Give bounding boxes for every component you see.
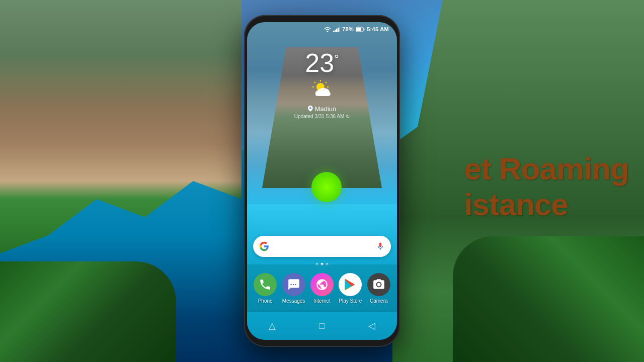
status-icons: 78% 5:45 AM [324,26,389,32]
weather-updated: Updated 3/31 5:36 AM ↻ [294,114,350,119]
phone-frame: 78% 5:45 AM 23° [244,15,400,347]
weather-location: Madiun [294,104,350,113]
dock-item-messages[interactable]: Messages [282,273,305,304]
battery-percent: 78% [342,26,354,32]
dock-item-internet[interactable]: Internet [310,273,334,304]
svg-rect-2 [336,29,338,32]
wifi-icon [324,27,331,32]
dock-item-camera[interactable]: Camera [367,273,390,304]
camera-app-icon[interactable] [367,273,390,296]
svg-rect-3 [338,28,339,32]
battery-icon [356,27,365,32]
overlay-line1: et Roaming [464,151,629,187]
recent-apps-button[interactable]: △ [269,320,276,331]
status-bar: 78% 5:45 AM [247,22,397,36]
cursor-circle [311,172,342,202]
phone-app-icon[interactable] [254,273,277,296]
svg-point-19 [309,107,311,109]
overlay-text: et Roaming istance [464,151,629,222]
internet-app-label: Internet [313,298,331,304]
navigation-bar: △ □ ◁ [247,316,397,336]
phone-screen: 78% 5:45 AM 23° [247,22,397,340]
internet-app-icon[interactable] [310,273,334,296]
svg-rect-18 [315,92,331,96]
bg-foreground-right [453,236,644,362]
weather-temperature: 23° [294,50,350,76]
svg-rect-0 [333,31,335,32]
search-bar[interactable] [253,236,391,257]
overlay-line2: istance [464,187,629,222]
dock: Phone Messages Internet [247,264,397,312]
refresh-icon: ↻ [346,114,350,119]
playstore-app-icon[interactable] [339,273,362,296]
phone-app-label: Phone [258,298,273,304]
dock-item-playstore[interactable]: Play Store [339,273,362,304]
location-pin-icon [308,106,313,112]
back-button[interactable]: ◁ [368,320,375,331]
svg-rect-6 [364,28,365,30]
svg-rect-7 [356,28,361,31]
svg-line-10 [326,82,327,83]
weather-widget: 23° [294,50,350,119]
microphone-icon[interactable] [376,242,385,251]
svg-rect-1 [335,30,336,32]
bg-foreground-left [0,261,176,362]
playstore-app-label: Play Store [339,298,362,304]
weather-city: Madiun [315,105,337,113]
home-button[interactable]: □ [319,321,325,331]
time-display: 5:45 AM [367,26,389,32]
google-logo-icon [259,241,269,251]
camera-app-label: Camera [370,298,388,304]
weather-icon [294,80,350,102]
messages-app-label: Messages [282,298,305,304]
messages-app-icon[interactable] [282,273,305,296]
dock-item-phone[interactable]: Phone [254,273,277,304]
svg-line-13 [314,82,315,83]
signal-icon [333,27,340,32]
svg-rect-4 [339,27,340,32]
